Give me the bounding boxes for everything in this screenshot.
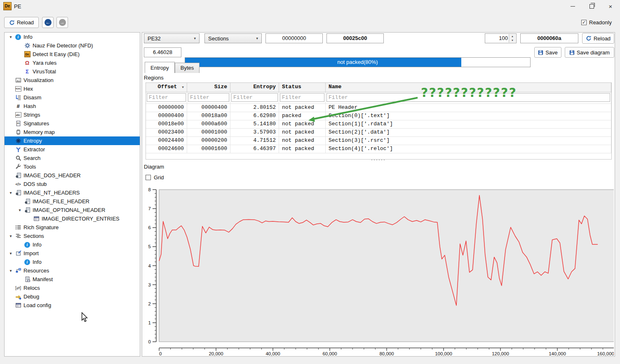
- table-row[interactable]: 00024600000016006.46397not packedSection…: [146, 145, 611, 153]
- svg-text:1: 1: [148, 320, 151, 325]
- tab-entropy[interactable]: Entropy: [145, 62, 175, 73]
- restore-button[interactable]: [582, 0, 601, 12]
- sidebar-item-image-nt-headers[interactable]: ▾ IMAGE_NT_HEADERS: [5, 188, 140, 197]
- column-header-size[interactable]: Size: [187, 83, 230, 92]
- sidebar-item-image-file-header[interactable]: IMAGE_FILE_HEADER: [5, 197, 140, 206]
- table-row[interactable]: 00000000000004002.80152not packedPE Head…: [146, 104, 611, 112]
- forward-button[interactable]: →: [56, 17, 68, 28]
- splitter-handle[interactable]: [371, 160, 385, 160]
- sidebar-item-hex[interactable]: 0101 Hex: [5, 85, 140, 93]
- sidebar-item-hash[interactable]: # Hash: [5, 102, 140, 110]
- sidebar-item-extractor[interactable]: Extractor: [5, 145, 140, 154]
- sidebar-item-label: Entropy: [22, 138, 42, 144]
- column-header-entropy[interactable]: Entropy: [230, 83, 279, 92]
- sidebar-item-sections[interactable]: ▾ Sections: [5, 232, 140, 240]
- view-mode-value: Sections: [208, 35, 229, 42]
- chevron-expanded-icon[interactable]: ▾: [7, 35, 14, 39]
- filter-input-size[interactable]: Filter: [188, 93, 229, 102]
- sidebar-item-visualization[interactable]: Visualization: [5, 76, 140, 85]
- filter-input-status[interactable]: Filter: [280, 93, 324, 102]
- sidebar-item-import[interactable]: ▾ Import: [5, 249, 140, 258]
- sidebar-item-dos-stub[interactable]: </> DOS stub: [5, 180, 140, 188]
- reload-button[interactable]: Reload: [4, 17, 39, 28]
- dosstub-icon: </>: [14, 181, 22, 187]
- file-format-select[interactable]: PE32▾: [144, 33, 200, 43]
- sidebar-item-entropy[interactable]: Entropy: [5, 136, 140, 145]
- filter-input-offset[interactable]: Filter: [147, 93, 186, 102]
- close-button[interactable]: ×: [601, 0, 620, 12]
- view-mode-select[interactable]: Sections▾: [204, 33, 262, 43]
- chevron-expanded-icon[interactable]: ▾: [7, 234, 14, 238]
- column-header-offset[interactable]: Offset ▼: [146, 83, 187, 92]
- table-header-row: Offset ▼SizeEntropyStatusName: [146, 83, 611, 92]
- spinner-arrows-icon[interactable]: ▲▼: [509, 34, 516, 42]
- column-header-status[interactable]: Status: [279, 83, 326, 92]
- sidebar-item-rich-signature[interactable]: Rich Signature: [5, 223, 140, 232]
- main-panel: PE32▾ Sections▾ 00000000 00025c00 100 ▲▼…: [142, 32, 615, 357]
- sidebar-item-strings[interactable]: abc Strings: [5, 110, 140, 119]
- total-entropy-field[interactable]: 6.46028: [144, 47, 181, 57]
- chevron-expanded-icon[interactable]: ▾: [7, 251, 14, 256]
- sidebar-item-relocs[interactable]: [⇄] Relocs: [5, 284, 140, 292]
- sidebar-item-label: Import: [22, 250, 39, 256]
- table-row[interactable]: 00024400000002004.71512not packedSection…: [146, 137, 611, 145]
- save-button[interactable]: Save: [534, 47, 561, 58]
- block-count-stepper[interactable]: 100 ▲▼: [485, 33, 517, 43]
- sidebar-item-image-optional-header[interactable]: ▾ IMAGE_OPTIONAL_HEADER: [5, 206, 140, 214]
- sidebar-item-image-dos-header[interactable]: IMAGE_DOS_HEADER: [5, 171, 140, 180]
- resources-icon: [14, 268, 22, 274]
- die-icon: De: [23, 51, 31, 57]
- chevron-expanded-icon[interactable]: ▾: [16, 208, 23, 212]
- table-row[interactable]: 0000040000018a006.62980packedSection(0)[…: [146, 112, 611, 120]
- sidebar-item-disasm[interactable]: Disasm: [5, 93, 140, 102]
- svg-text:60,000: 60,000: [322, 351, 337, 356]
- filter-input-entropy[interactable]: Filter: [231, 93, 278, 102]
- sidebar-item-load-config[interactable]: Load config: [5, 301, 140, 310]
- sidebar-item-debug[interactable]: Debug: [5, 292, 140, 301]
- hash-field[interactable]: 0000060a: [520, 33, 578, 43]
- sidebar-item-yara-rules[interactable]: Ω Yara rules: [5, 59, 140, 67]
- chevron-expanded-icon[interactable]: ▾: [7, 268, 14, 273]
- sidebar-item-info[interactable]: ▾ i Info: [5, 33, 140, 41]
- svg-text:100,000: 100,000: [435, 351, 452, 356]
- offset-input[interactable]: 00000000: [265, 33, 323, 43]
- table-row[interactable]: 00023400000010003.57903not packedSection…: [146, 129, 611, 137]
- sidebar-item-label: Strings: [22, 112, 40, 118]
- grid-checkbox[interactable]: Grid: [146, 174, 164, 181]
- sidebar-item-virustotal[interactable]: Σ VirusTotal: [5, 67, 140, 76]
- sidebar-item-info[interactable]: i Info: [5, 258, 140, 266]
- signatures-icon: 01: [14, 120, 22, 127]
- back-button[interactable]: ←: [42, 17, 54, 28]
- memorymap-icon: [14, 129, 22, 135]
- sidebar-item-label: IMAGE_NT_HEADERS: [22, 190, 80, 196]
- size-input[interactable]: 00025c00: [326, 33, 384, 43]
- tab-bytes[interactable]: Bytes: [175, 63, 200, 73]
- save-diagram-button[interactable]: Save diagram: [565, 47, 614, 58]
- sidebar-item-resources[interactable]: ▾ Resources: [5, 266, 140, 275]
- sidebar-item-detect-it-easy-die[interactable]: De Detect It Easy (DiE): [5, 50, 140, 59]
- sidebar-item-info[interactable]: i Info: [5, 240, 140, 249]
- cell-name: Section(0)['.text']: [326, 112, 611, 120]
- sidebar-item-nauz-file-detector-nfd[interactable]: Nauz File Detector (NFD): [5, 41, 140, 50]
- svg-text:0: 0: [159, 351, 162, 356]
- packed-status-progressbar: not packed(80%): [185, 57, 531, 67]
- sidebar-item-manifest[interactable]: Manifest: [5, 275, 140, 284]
- sidebar-item-search[interactable]: Search: [5, 154, 140, 162]
- regions-section-label: Regions: [144, 75, 164, 81]
- panel-reload-button[interactable]: Reload: [582, 33, 614, 44]
- sidebar-item-image-directory-entries[interactable]: IMAGE_DIRECTORY_ENTRIES: [5, 214, 140, 223]
- svg-text:5: 5: [148, 244, 151, 249]
- readonly-checkbox[interactable]: ✓ Readonly: [581, 19, 612, 26]
- cell-status: not packed: [279, 145, 326, 153]
- chevron-expanded-icon[interactable]: ▾: [7, 190, 14, 195]
- sidebar-item-signatures[interactable]: 01 Signatures: [5, 119, 140, 128]
- sidebar-item-tools[interactable]: Tools: [5, 162, 140, 171]
- grid-checkbox-box: [146, 175, 151, 180]
- minimize-button[interactable]: [563, 0, 582, 12]
- window-title: PE: [14, 3, 21, 9]
- table-row[interactable]: 00018e000000a6005.14180not packedSection…: [146, 120, 611, 129]
- sidebar-item-label: Info: [31, 242, 42, 248]
- save-icon: [569, 50, 575, 55]
- sidebar-item-label: Hex: [22, 86, 33, 92]
- sidebar-item-memory-map[interactable]: Memory map: [5, 128, 140, 136]
